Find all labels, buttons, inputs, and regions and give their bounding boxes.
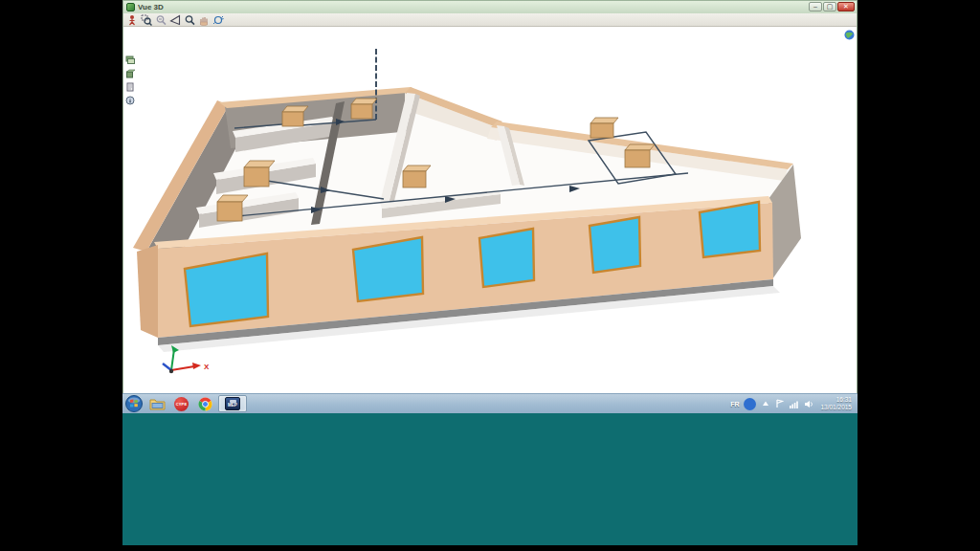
close-button[interactable]: ✕ — [837, 2, 855, 11]
junction-box[interactable] — [590, 118, 618, 138]
axis-z-arrow — [163, 364, 171, 370]
language-indicator[interactable]: FR — [729, 398, 740, 409]
magnifier-icon[interactable] — [183, 14, 195, 26]
viewport-3d[interactable]: X — [123, 28, 857, 393]
app-cube-icon — [126, 3, 135, 11]
folder-icon — [149, 397, 166, 410]
show-hidden-icons-chevron[interactable] — [760, 398, 770, 409]
minimize-button[interactable]: – — [809, 2, 822, 11]
axis-x-label: X — [204, 363, 210, 371]
start-button[interactable] — [125, 395, 143, 412]
axis-origin — [169, 369, 173, 373]
chrome-taskbar-button[interactable] — [194, 395, 216, 412]
pan-hand-icon[interactable] — [197, 14, 210, 26]
window-pane — [479, 229, 534, 287]
front-wall-left-end — [137, 245, 158, 338]
mep-taskbar-button-active[interactable]: MEP — [218, 395, 247, 412]
side-toolbar — [123, 55, 135, 106]
screen-content: Vue 3D – ▢ ✕ — [122, 0, 858, 551]
letterboxed-screen: Vue 3D – ▢ ✕ — [0, 0, 980, 551]
action-center-flag-icon[interactable] — [774, 398, 785, 409]
perspective-cone-icon[interactable] — [168, 14, 181, 26]
zoom-previous-icon[interactable] — [154, 14, 167, 26]
window-title: Vue 3D — [138, 1, 164, 13]
axis-x-arrow — [192, 363, 201, 369]
teal-band — [122, 413, 858, 545]
info-icon[interactable] — [123, 95, 136, 106]
windows-taskbar: CYPE MEP FR — [122, 393, 858, 413]
vue-3d-window: Vue 3D – ▢ ✕ — [122, 0, 858, 393]
zoom-window-icon[interactable] — [140, 14, 152, 26]
document-icon[interactable] — [123, 81, 136, 93]
junction-box[interactable] — [625, 144, 655, 167]
volume-icon[interactable] — [803, 398, 813, 409]
titlebar[interactable]: Vue 3D – ▢ ✕ — [123, 1, 857, 13]
cube-icon[interactable] — [123, 68, 136, 79]
network-icon[interactable] — [789, 398, 799, 409]
explorer-taskbar-button[interactable] — [146, 395, 168, 412]
cype-icon: CYPE — [174, 397, 189, 411]
clock-date: 13/01/2015 — [820, 404, 852, 411]
globe-icon[interactable] — [843, 29, 856, 40]
taskbar-clock[interactable]: 16:31 13/01/2015 — [817, 396, 855, 411]
building-model-scene[interactable]: X — [123, 28, 857, 393]
maximize-button[interactable]: ▢ — [823, 2, 836, 11]
clock-time: 16:31 — [820, 396, 852, 404]
tray-app-icon[interactable] — [744, 398, 756, 410]
walk-icon[interactable] — [125, 14, 138, 26]
window-pane — [590, 217, 640, 273]
view-toolbar — [123, 13, 857, 27]
chrome-icon — [198, 397, 212, 411]
orbit-icon[interactable] — [212, 14, 224, 26]
system-tray: FR 16:31 13/01/2015 — [729, 396, 855, 411]
viewport-edge-icons — [843, 28, 856, 40]
cypecad-mep-icon: MEP — [225, 397, 240, 410]
layers-icon[interactable] — [123, 55, 136, 66]
cype-taskbar-button[interactable]: CYPE — [170, 395, 192, 412]
window-pane — [353, 237, 423, 301]
window-pane — [700, 202, 760, 257]
